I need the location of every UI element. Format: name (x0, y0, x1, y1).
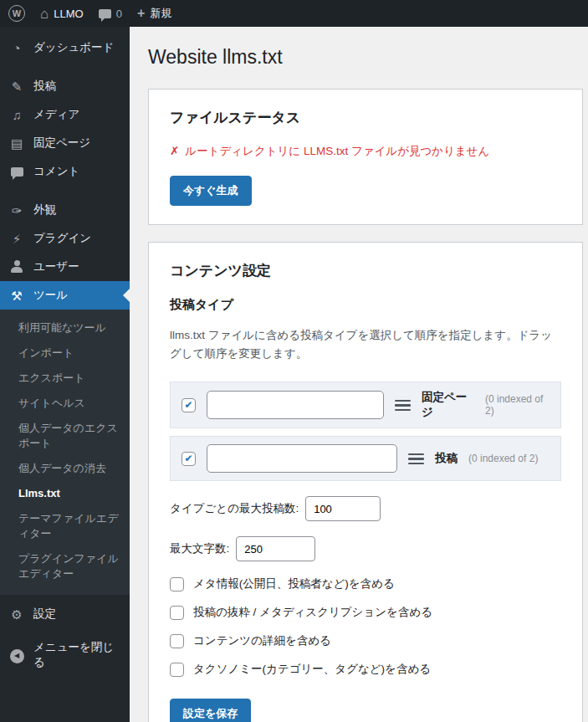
post-type-note: (0 indexed of 2) (468, 453, 538, 464)
save-settings-button[interactable]: 設定を保存 (170, 699, 251, 722)
sidebar-item-tools[interactable]: ⚒ ツール (0, 281, 130, 310)
plug-icon: ⚡ (8, 233, 25, 245)
sidebar-item-plugins[interactable]: ⚡ プラグイン (0, 224, 130, 253)
option-label: 投稿の抜粋 / メタディスクリプションを含める (193, 605, 432, 620)
sidebar-item-users[interactable]: ユーザー (0, 253, 130, 281)
submenu-item-export[interactable]: エクスポート (0, 366, 130, 391)
new-content-menu[interactable]: + 新規 (137, 6, 171, 21)
brush-icon: ✑ (8, 204, 25, 217)
file-status-title: ファイルステータス (170, 108, 561, 127)
main-content: Website llms.txt ファイルステータス ✗ ルートディレクトリに … (130, 27, 588, 722)
post-type-label: 投稿 (435, 451, 458, 466)
menu-separator (0, 62, 130, 72)
option-label: コンテンツの詳細を含める (193, 633, 331, 648)
max-chars-label: 最大文字数: (170, 541, 229, 556)
settings-icon: ⚙ (8, 608, 25, 621)
max-posts-input[interactable] (305, 496, 381, 521)
drag-handle-icon[interactable] (408, 453, 424, 465)
option-label: メタ情報(公開日、投稿者など)を含める (193, 576, 395, 591)
post-label-input[interactable] (207, 444, 397, 473)
drag-handle-icon[interactable] (395, 400, 411, 412)
submenu-item-site-health[interactable]: サイトヘルス (0, 391, 130, 416)
comments-link[interactable]: 0 (99, 8, 122, 20)
sidebar-item-label: メニューを閉じる (33, 640, 121, 670)
submenu-item-import[interactable]: インポート (0, 341, 130, 366)
sidebar-item-pages[interactable]: ▤ 固定ページ (0, 129, 130, 157)
checkbox-pages-checked[interactable]: ✔ (182, 398, 196, 412)
wordpress-logo-icon: W (8, 5, 25, 22)
post-types-title: 投稿タイプ (170, 297, 561, 313)
admin-sidebar: ◔ ダッシュボード ✎ 投稿 ♫ メディア ▤ 固定ページ コメント ✑ 外観 … (0, 27, 130, 722)
pages-icon: ▤ (8, 137, 25, 150)
content-settings-title: コンテンツ設定 (170, 261, 561, 280)
checkbox-include-content-details[interactable] (170, 634, 184, 648)
checkbox-include-taxonomies[interactable] (170, 663, 184, 677)
option-include-content-details[interactable]: コンテンツの詳細を含める (170, 633, 561, 648)
submenu-item-llms-txt[interactable]: Llms.txt (0, 481, 130, 506)
submenu-item-available-tools[interactable]: 利用可能なツール (0, 315, 130, 341)
wrench-icon: ⚒ (8, 289, 25, 302)
page-label-input[interactable] (207, 391, 384, 419)
content-settings-card: コンテンツ設定 投稿タイプ llms.txt ファイルに含める投稿タイプを選択し… (148, 242, 583, 722)
max-chars-field: 最大文字数: (170, 536, 561, 561)
comment-count: 0 (116, 8, 122, 20)
sidebar-item-label: 固定ページ (33, 136, 90, 151)
post-type-row-posts[interactable]: ✔ 投稿 (0 indexed of 2) (170, 436, 561, 481)
post-type-row-pages[interactable]: ✔ 固定ページ (0 indexed of 2) (170, 381, 561, 428)
checkbox-include-excerpt[interactable] (170, 606, 184, 620)
post-types-description: llms.txt ファイルに含める投稿タイプを選択して順序を指定します。ドラッグ… (170, 326, 561, 364)
submenu-item-export-personal-data[interactable]: 個人データのエクスポート (0, 416, 130, 456)
sidebar-item-label: ダッシュボード (33, 40, 114, 55)
max-chars-input[interactable] (236, 536, 315, 561)
plus-icon: + (137, 7, 145, 20)
site-link[interactable]: ⌂ LLMO (40, 7, 84, 21)
sidebar-item-label: プラグイン (33, 231, 91, 246)
post-type-label: 固定ページ (422, 390, 474, 420)
sidebar-item-appearance[interactable]: ✑ 外観 (0, 196, 130, 224)
save-button-row: 設定を保存 (170, 699, 561, 722)
sidebar-item-comments[interactable]: コメント (0, 157, 130, 186)
sidebar-item-label: 設定 (33, 607, 56, 622)
page-title: Website llms.txt (148, 45, 583, 70)
option-include-excerpt[interactable]: 投稿の抜粋 / メタディスクリプションを含める (170, 605, 561, 620)
submenu-item-erase-personal-data[interactable]: 個人データの消去 (0, 456, 130, 481)
admin-bar: W ⌂ LLMO 0 + 新規 (0, 0, 588, 27)
new-label: 新規 (150, 6, 171, 21)
submenu-item-theme-file-editor[interactable]: テーマファイルエディター (0, 506, 130, 546)
checkbox-include-meta[interactable] (170, 577, 184, 591)
sidebar-item-settings[interactable]: ⚙ 設定 (0, 600, 130, 628)
wordpress-menu[interactable]: W (8, 5, 25, 22)
option-label: タクソノミー(カテゴリー、タグなど)を含める (193, 662, 431, 677)
sidebar-item-media[interactable]: ♫ メディア (0, 100, 130, 129)
sidebar-item-label: コメント (33, 164, 79, 179)
sidebar-item-posts[interactable]: ✎ 投稿 (0, 72, 130, 100)
generate-now-button[interactable]: 今すぐ生成 (170, 176, 252, 206)
sidebar-item-label: 投稿 (33, 79, 56, 94)
sidebar-item-label: ツール (33, 288, 68, 303)
user-icon (8, 260, 25, 274)
collapse-icon: ◀ (8, 647, 25, 663)
media-icon: ♫ (8, 109, 25, 121)
home-icon: ⌂ (40, 7, 49, 21)
option-include-meta[interactable]: メタ情報(公開日、投稿者など)を含める (170, 576, 561, 591)
sidebar-item-label: メディア (33, 107, 79, 122)
sidebar-item-label: ユーザー (33, 259, 79, 274)
comments-icon (8, 166, 25, 178)
sidebar-item-label: 外観 (33, 202, 56, 218)
active-menu-notch (123, 289, 130, 302)
error-x-icon: ✗ (170, 144, 179, 157)
comment-bubble-icon (99, 9, 111, 18)
site-name: LLMO (54, 8, 83, 20)
checkbox-posts-checked[interactable]: ✔ (182, 452, 196, 466)
tools-submenu: 利用可能なツール インポート エクスポート サイトヘルス 個人データのエクスポー… (0, 310, 130, 595)
error-text: ルートディレクトリに LLMS.txt ファイルが見つかりません (185, 144, 489, 159)
submenu-item-plugin-file-editor[interactable]: プラグインファイルエディター (0, 546, 130, 586)
sidebar-item-dashboard[interactable]: ◔ ダッシュボード (0, 33, 130, 62)
post-type-sortable-list: ✔ 固定ページ (0 indexed of 2) ✔ 投稿 (0 indexed… (170, 381, 561, 481)
dashboard-icon: ◔ (8, 42, 25, 54)
menu-separator (0, 186, 130, 196)
option-include-taxonomies[interactable]: タクソノミー(カテゴリー、タグなど)を含める (170, 662, 561, 677)
sidebar-item-collapse-menu[interactable]: ◀ メニューを閉じる (0, 633, 130, 677)
file-status-card: ファイルステータス ✗ ルートディレクトリに LLMS.txt ファイルが見つか… (148, 89, 583, 225)
file-status-error: ✗ ルートディレクトリに LLMS.txt ファイルが見つかりません (170, 144, 561, 159)
